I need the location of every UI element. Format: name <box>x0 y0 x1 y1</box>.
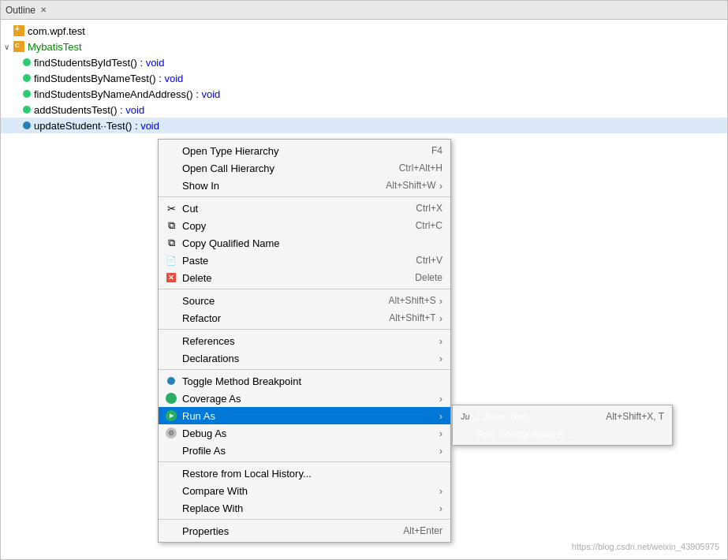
method-label: findStudentsByNameTest() : void <box>34 73 183 84</box>
method-icon <box>23 74 31 82</box>
method-label: updateStudent··Test() : void <box>34 120 159 132</box>
menu-cut[interactable]: ✂ Cut Ctrl+X <box>159 200 450 217</box>
context-menu: Open Type Hierarchy F4 Open Call Hierarc… <box>158 139 451 543</box>
menu-item-label: Declarations <box>182 353 436 364</box>
submenu-arrow-icon: › <box>439 410 442 422</box>
indent-space <box>4 104 23 116</box>
menu-delete[interactable]: ✕ Delete Delete <box>159 269 450 286</box>
menu-separator-3 <box>159 329 450 330</box>
delete-icon: ✕ <box>165 271 177 284</box>
menu-item-label: Properties <box>182 525 387 537</box>
menu-item-shortcut: Alt+Enter <box>403 525 442 536</box>
method-label: findStudentsByNameAndAddress() : void <box>34 88 220 100</box>
menu-item-label: Run As <box>182 410 436 422</box>
tree-item-package[interactable]: com.wpf.test <box>1 23 727 39</box>
menu-replace-with[interactable]: Replace With › <box>159 499 450 517</box>
menu-paste[interactable]: 📄 Paste Ctrl+V <box>159 252 450 269</box>
class-icon: C <box>13 41 24 52</box>
menu-item-label: Copy Qualified Name <box>182 237 427 249</box>
submenu-arrow-icon: › <box>439 393 442 405</box>
submenu-arrow-icon: › <box>439 353 442 364</box>
coverage-icon <box>165 392 177 405</box>
outline-title: Outline <box>6 5 35 16</box>
class-label: MybatisTest <box>28 41 82 53</box>
menu-item-label: Delete <box>182 272 399 284</box>
menu-item-label: Debug As <box>182 427 436 439</box>
indent-space <box>4 57 23 69</box>
menu-source[interactable]: Source Alt+Shift+S › <box>159 292 450 309</box>
menu-item-label: Coverage As <box>182 393 436 405</box>
indent-space <box>4 120 23 132</box>
menu-item-shortcut: Delete <box>415 272 442 283</box>
method-icon <box>23 121 31 129</box>
submenu-item-label: 1 JUnit Test <box>475 411 607 423</box>
menu-show-in[interactable]: Show In Alt+Shift+W › <box>159 177 450 194</box>
copy-qualified-icon: ⧉ <box>165 237 177 249</box>
menu-item-label: Open Call Hierarchy <box>182 162 383 174</box>
submenu-arrow-icon: › <box>439 312 442 324</box>
menu-toggle-breakpoint[interactable]: Toggle Method Breakpoint <box>159 372 450 390</box>
menu-compare-with[interactable]: Compare With › <box>159 482 450 499</box>
copy-icon: ⧉ <box>165 219 177 232</box>
tree-item-m5[interactable]: updateStudent··Test() : void <box>1 118 727 133</box>
outline-panel: Outline ✕ com.wpf.test ∨ C MybatisTest f… <box>0 0 728 560</box>
menu-profile-as[interactable]: Profile As › <box>159 442 450 459</box>
menu-open-type-hierarchy[interactable]: Open Type Hierarchy F4 <box>159 142 450 159</box>
menu-separator-5 <box>159 461 450 462</box>
menu-debug-as[interactable]: ⚙ Debug As › <box>159 424 450 442</box>
menu-item-label: Source <box>182 295 373 307</box>
submenu-item-label: Run Configurations... <box>476 428 664 440</box>
package-icon <box>13 25 24 36</box>
submenu-junit-test[interactable]: Ju 1 JUnit Test Alt+Shift+X, T <box>453 408 672 425</box>
menu-declarations[interactable]: Declarations › <box>159 349 450 367</box>
menu-item-shortcut: Ctrl+X <box>416 203 442 214</box>
outline-header: Outline ✕ <box>1 1 727 20</box>
method-label: findStudentsByIdTest() : void <box>34 57 164 69</box>
menu-item-label: Copy <box>182 220 400 232</box>
cut-icon: ✂ <box>165 202 177 215</box>
menu-item-shortcut: F4 <box>431 145 442 156</box>
junit-icon: Ju <box>461 413 470 421</box>
tree-item-m4[interactable]: addStudentsTest() : void <box>1 102 727 118</box>
breakpoint-icon <box>165 375 177 387</box>
run-icon: ▶ <box>165 409 177 422</box>
menu-open-call-hierarchy[interactable]: Open Call Hierarchy Ctrl+Alt+H <box>159 159 450 177</box>
tree-item-m3[interactable]: findStudentsByNameAndAddress() : void <box>1 86 727 102</box>
menu-item-shortcut: Ctrl+C <box>416 220 442 231</box>
submenu-run-configurations[interactable]: Run Configurations... <box>453 425 672 442</box>
submenu-arrow-icon: › <box>439 485 442 497</box>
submenu-arrow-icon: › <box>439 445 442 457</box>
tree-item-class[interactable]: ∨ C MybatisTest <box>1 39 727 54</box>
indent-space <box>4 73 23 84</box>
submenu-arrow-icon: › <box>439 295 442 307</box>
tree-item-m2[interactable]: findStudentsByNameTest() : void <box>1 70 727 86</box>
outline-tree: com.wpf.test ∨ C MybatisTest findStudent… <box>1 20 727 136</box>
method-icon <box>23 58 31 66</box>
menu-item-label: Restore from Local History... <box>182 468 442 480</box>
menu-run-as[interactable]: ▶ Run As › Ju 1 JUnit Test Alt+Shift+X, … <box>159 407 450 424</box>
menu-item-label: References <box>182 335 436 347</box>
menu-copy[interactable]: ⧉ Copy Ctrl+C <box>159 217 450 234</box>
menu-restore-history[interactable]: Restore from Local History... <box>159 465 450 482</box>
menu-refactor[interactable]: Refactor Alt+Shift+T › <box>159 309 450 327</box>
watermark: https://blog.csdn.net/weixin_43905975 <box>572 542 719 551</box>
menu-item-label: Paste <box>182 255 400 267</box>
close-icon[interactable]: ✕ <box>40 6 47 14</box>
paste-icon: 📄 <box>165 254 177 267</box>
menu-properties[interactable]: Properties Alt+Enter <box>159 522 450 539</box>
method-icon <box>23 106 31 114</box>
expand-icon <box>4 27 13 35</box>
submenu-arrow-icon: › <box>439 180 442 192</box>
menu-item-shortcut: Ctrl+V <box>416 255 442 266</box>
menu-coverage-as[interactable]: Coverage As › <box>159 390 450 407</box>
menu-item-label: Cut <box>182 203 400 215</box>
expand-icon: ∨ <box>4 43 13 51</box>
menu-item-label: Refactor <box>182 312 373 324</box>
tree-item-m1[interactable]: findStudentsByIdTest() : void <box>1 54 727 70</box>
menu-copy-qualified[interactable]: ⧉ Copy Qualified Name <box>159 234 450 252</box>
indent-space <box>4 88 23 100</box>
menu-separator-4 <box>159 369 450 370</box>
menu-references[interactable]: References › <box>159 332 450 349</box>
menu-separator-6 <box>159 519 450 520</box>
menu-item-label: Compare With <box>182 485 436 497</box>
